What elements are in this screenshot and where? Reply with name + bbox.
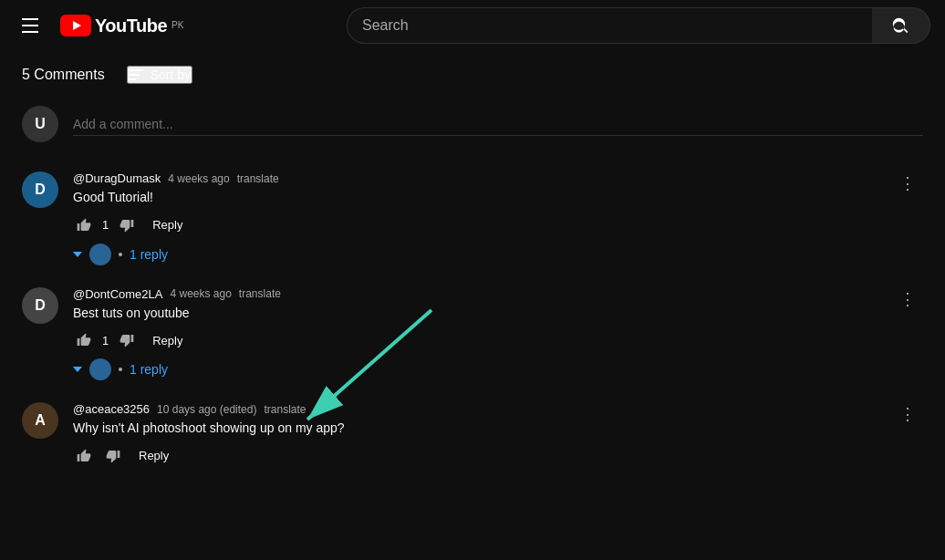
replies-count-label: 1 reply (130, 247, 168, 262)
comment-item: A @aceace3256 10 days ago (edited) trans… (22, 402, 923, 467)
expand-replies-button[interactable] (73, 367, 82, 372)
comment-body: @aceace3256 10 days ago (edited) transla… (73, 402, 878, 467)
search-icon (892, 16, 910, 35)
replies-section: 1 reply (73, 358, 878, 380)
logo-country: PK (171, 20, 183, 30)
replies-count-label: 1 reply (130, 362, 168, 377)
comment-actions: 1 Reply (73, 214, 878, 236)
main-content: 5 Comments Sort by U D @DuragDumask 4 we… (0, 51, 945, 503)
comment-author: @aceace3256 (73, 402, 150, 416)
search-input[interactable] (347, 7, 872, 44)
comment-input-wrapper (73, 113, 923, 136)
comment-item: D @DontCome2LA 4 weeks ago translate Bes… (22, 287, 923, 381)
header: YouTube PK (0, 0, 945, 51)
replies-section: 1 reply (73, 244, 878, 265)
thumbs-up-icon (77, 449, 91, 463)
add-comment-row: U (22, 106, 923, 142)
replies-count-button[interactable]: 1 reply (130, 362, 168, 377)
sort-by-label: Sort by (151, 67, 191, 82)
comment-translate[interactable]: translate (264, 403, 306, 416)
comment-more-button[interactable]: ⋮ (892, 399, 923, 430)
avatar-initials: A (22, 402, 58, 439)
like-count: 1 (102, 334, 109, 347)
thumbs-up-icon (77, 218, 91, 233)
separator-dot (119, 368, 122, 371)
search-button[interactable] (872, 7, 930, 44)
comment-actions: Reply (73, 445, 878, 467)
comment-time: 10 days ago (edited) (157, 403, 256, 416)
comments-count: 5 Comments (22, 67, 105, 83)
thumbs-down-icon (119, 218, 134, 233)
comment-text: Why isn't AI photoshoot showing up on my… (73, 420, 878, 438)
reply-button[interactable]: Reply (131, 445, 176, 466)
like-button[interactable] (73, 214, 95, 236)
like-button[interactable] (73, 445, 95, 467)
reply-avatar (89, 244, 111, 265)
comment-more-button[interactable]: ⋮ (892, 284, 923, 315)
comment-author: @DontCome2LA (73, 287, 162, 301)
comment-avatar: D (22, 171, 58, 208)
logo-text: YouTube (95, 16, 167, 36)
comment-avatar: D (22, 287, 58, 324)
add-comment-input[interactable] (73, 113, 923, 136)
replies-count-button[interactable]: 1 reply (130, 247, 168, 262)
comment-actions: 1 Reply (73, 329, 878, 351)
search-container (347, 7, 930, 44)
comment-time: 4 weeks ago (170, 287, 231, 300)
thumbs-down-icon (119, 333, 134, 347)
reply-avatar (89, 358, 111, 380)
avatar-initials: D (22, 171, 58, 208)
avatar-initials: D (22, 287, 58, 324)
dislike-button[interactable] (116, 214, 138, 236)
comment-translate[interactable]: translate (237, 172, 279, 185)
reply-button[interactable]: Reply (145, 330, 190, 351)
comment-meta: @DontCome2LA 4 weeks ago translate (73, 287, 878, 301)
dislike-button[interactable] (116, 329, 138, 351)
expand-replies-button[interactable] (73, 252, 82, 257)
menu-button[interactable] (15, 11, 46, 40)
sort-icon (129, 69, 143, 80)
comment-time: 4 weeks ago (168, 172, 229, 185)
thumbs-down-icon (106, 449, 120, 463)
comment-avatar: A (22, 402, 58, 439)
comment-meta: @DuragDumask 4 weeks ago translate (73, 171, 878, 185)
comments-header: 5 Comments Sort by (22, 66, 923, 84)
comment-author: @DuragDumask (73, 171, 161, 185)
chevron-down-icon (73, 252, 82, 257)
comment-meta: @aceace3256 10 days ago (edited) transla… (73, 402, 878, 416)
chevron-down-icon (73, 367, 82, 372)
youtube-logo[interactable]: YouTube PK (60, 15, 183, 36)
reply-button[interactable]: Reply (145, 214, 190, 235)
comment-more-button[interactable]: ⋮ (892, 168, 923, 199)
comment-item: D @DuragDumask 4 weeks ago translate Goo… (22, 171, 923, 265)
like-count: 1 (102, 218, 109, 232)
comment-translate[interactable]: translate (239, 287, 281, 300)
comment-text: Good Tutorial! (73, 189, 878, 207)
thumbs-up-icon (77, 333, 91, 347)
sort-by-button[interactable]: Sort by (127, 66, 192, 84)
dislike-button[interactable] (102, 445, 124, 467)
avatar-initials: U (22, 106, 58, 142)
comment-body: @DontCome2LA 4 weeks ago translate Best … (73, 287, 878, 381)
separator-dot (119, 253, 122, 256)
user-avatar: U (22, 106, 58, 142)
youtube-icon (60, 15, 91, 36)
comment-text: Best tuts on youtube (73, 305, 878, 323)
like-button[interactable] (73, 329, 95, 351)
comment-body: @DuragDumask 4 weeks ago translate Good … (73, 171, 878, 265)
